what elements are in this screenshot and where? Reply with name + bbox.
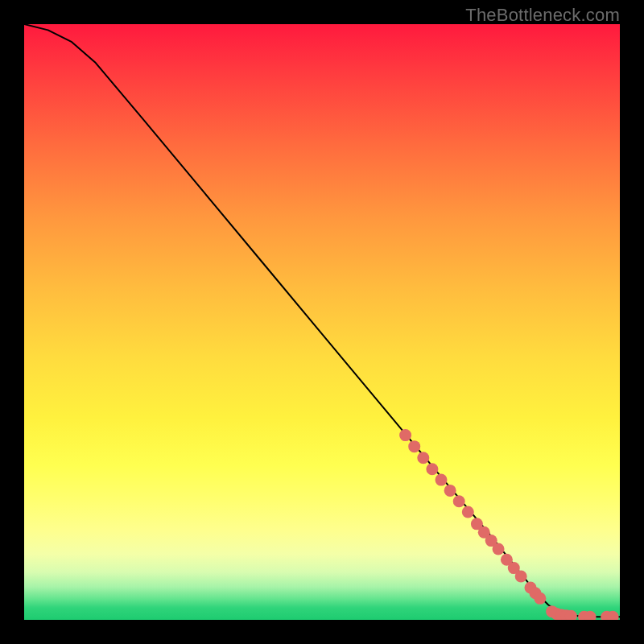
data-point (399, 429, 411, 441)
data-point (515, 570, 527, 582)
bottleneck-curve (24, 24, 620, 617)
data-point (534, 592, 546, 605)
plot-area (24, 24, 620, 620)
chart-frame: TheBottleneck.com (0, 0, 644, 644)
data-point (493, 543, 505, 555)
marker-layer (399, 429, 619, 620)
data-point (436, 474, 448, 486)
chart-svg (24, 24, 620, 620)
watermark-text: TheBottleneck.com (465, 5, 620, 26)
curve-layer (24, 24, 620, 617)
data-point (426, 463, 438, 475)
data-point (453, 495, 465, 507)
data-point (417, 452, 429, 464)
data-point (462, 506, 474, 518)
data-point (444, 485, 456, 497)
data-point (408, 440, 420, 452)
